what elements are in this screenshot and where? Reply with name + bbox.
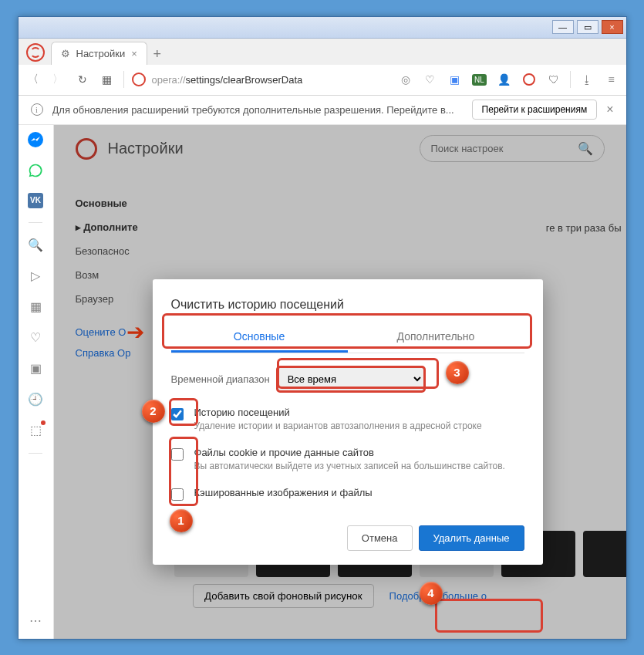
download-icon[interactable]: ⭳ bbox=[578, 71, 595, 88]
time-range-label: Временной диапазон bbox=[171, 373, 270, 385]
dialog-footer: Отмена Удалить данные bbox=[153, 512, 543, 551]
tab-strip: ⚙ Настройки × + bbox=[19, 39, 626, 65]
url-text: opera://settings/clearBrowserData bbox=[152, 74, 303, 86]
vk-icon[interactable]: VK bbox=[28, 193, 43, 208]
maximize-button[interactable]: ▭ bbox=[577, 20, 598, 34]
search-sidebar-icon[interactable]: 🔍 bbox=[27, 237, 44, 254]
check-cache-box[interactable] bbox=[171, 488, 184, 501]
check-cookies[interactable]: Файлы cookie и прочие данные сайтов Вы а… bbox=[171, 439, 524, 479]
check-cookies-sub: Вы автоматически выйдете из учетных запи… bbox=[194, 461, 505, 471]
opera-menu-icon[interactable] bbox=[26, 43, 45, 62]
translate-extension-icon[interactable]: ▣ bbox=[447, 71, 464, 88]
snapshot-icon[interactable]: ◎ bbox=[397, 71, 414, 88]
clear-data-dialog: Очистить историю посещений Основные Допо… bbox=[153, 279, 543, 565]
check-cookies-label: Файлы cookie и прочие данные сайтов bbox=[194, 447, 505, 458]
close-window-button[interactable]: × bbox=[602, 20, 623, 34]
check-history[interactable]: Историю посещений Удаление истории и вар… bbox=[171, 399, 524, 439]
opera-extension-icon[interactable] bbox=[521, 71, 538, 88]
personal-news-icon[interactable]: ▷ bbox=[27, 268, 44, 285]
go-to-extensions-button[interactable]: Перейти к расширениям bbox=[472, 100, 598, 120]
check-cache[interactable]: Кэшированные изображения и файлы bbox=[171, 479, 524, 508]
gear-icon: ⚙ bbox=[61, 48, 70, 59]
check-history-label: Историю посещений bbox=[194, 407, 482, 418]
tab-title: Настройки bbox=[76, 48, 126, 59]
dialog-title: Очистить историю посещений bbox=[153, 298, 543, 322]
address-bar[interactable]: opera://settings/clearBrowserData bbox=[132, 73, 389, 86]
sidebar-separator-2 bbox=[29, 453, 42, 454]
tab-advanced-dialog[interactable]: Дополнительно bbox=[348, 322, 524, 353]
infobar-text: Для обновления расширений требуются допо… bbox=[52, 104, 463, 116]
infobar-close-icon[interactable]: × bbox=[606, 103, 613, 116]
whatsapp-icon[interactable] bbox=[27, 162, 44, 179]
window-titlebar: — ▭ × bbox=[19, 17, 626, 39]
tabs-icon[interactable]: ▣ bbox=[27, 360, 44, 377]
speed-dial-sidebar-icon[interactable]: ▦ bbox=[27, 299, 44, 316]
annotation-badge-1: 1 bbox=[170, 509, 193, 532]
tab-basic[interactable]: Основные bbox=[171, 322, 348, 353]
sidebar-separator bbox=[29, 222, 42, 223]
extension-info-bar: i Для обновления расширений требуются до… bbox=[19, 96, 626, 125]
delete-data-button[interactable]: Удалить данные bbox=[419, 525, 524, 551]
messenger-sidebar: VK 🔍 ▷ ▦ ♡ ▣ 🕘 ⬚ ⋯ bbox=[19, 125, 54, 639]
extensions-sidebar-icon[interactable]: ⬚ bbox=[27, 422, 44, 439]
sidebar-more-icon[interactable]: ⋯ bbox=[27, 613, 44, 630]
bookmarks-icon[interactable]: ♡ bbox=[27, 329, 44, 346]
opera-badge-icon bbox=[132, 73, 146, 86]
browser-window: — ▭ × ⚙ Настройки × + 〈 〉 ↻ ▦ opera://se… bbox=[18, 16, 627, 640]
main-area: VK 🔍 ▷ ▦ ♡ ▣ 🕘 ⬚ ⋯ Настройки 🔍 bbox=[19, 125, 626, 639]
checkbox-group: Историю посещений Удаление истории и вар… bbox=[153, 396, 543, 512]
back-button[interactable]: 〈 bbox=[25, 73, 42, 86]
toolbar-divider-2 bbox=[570, 71, 571, 88]
tab-close-icon[interactable]: × bbox=[131, 48, 137, 59]
heart-icon[interactable]: ♡ bbox=[422, 71, 439, 88]
annotation-badge-2: 2 bbox=[142, 400, 165, 423]
cancel-button[interactable]: Отмена bbox=[347, 525, 413, 551]
check-history-box[interactable] bbox=[171, 408, 184, 420]
check-cache-label: Кэшированные изображения и файлы bbox=[194, 487, 373, 498]
check-history-sub: Удаление истории и вариантов автозаполне… bbox=[194, 420, 482, 431]
time-range-row: Временной диапазон Все время bbox=[153, 353, 543, 396]
nl-extension-icon[interactable]: NL bbox=[471, 71, 488, 88]
annotation-badge-4: 4 bbox=[420, 582, 443, 605]
easy-setup-icon[interactable]: ≡ bbox=[603, 71, 620, 88]
info-icon: i bbox=[31, 103, 43, 116]
messenger-icon[interactable] bbox=[27, 131, 44, 148]
minimize-button[interactable]: — bbox=[552, 20, 574, 34]
speed-dial-icon[interactable]: ▦ bbox=[99, 73, 116, 86]
tab-settings[interactable]: ⚙ Настройки × bbox=[51, 42, 147, 65]
history-icon[interactable]: 🕘 bbox=[27, 391, 44, 408]
annotation-badge-3: 3 bbox=[446, 361, 469, 384]
user-extension-icon[interactable]: 👤 bbox=[496, 71, 513, 88]
reload-button[interactable]: ↻ bbox=[74, 73, 91, 86]
shield-icon[interactable]: 🛡 bbox=[545, 71, 562, 88]
toolbar-divider bbox=[123, 71, 124, 88]
annotation-arrow-icon: ➔ bbox=[126, 319, 144, 345]
new-tab-button[interactable]: + bbox=[147, 45, 167, 65]
check-cookies-box[interactable] bbox=[171, 448, 184, 461]
time-range-select[interactable]: Все время bbox=[278, 367, 424, 391]
nav-toolbar: 〈 〉 ↻ ▦ opera://settings/clearBrowserDat… bbox=[19, 65, 626, 96]
dialog-tabs: Основные Дополнительно bbox=[171, 322, 524, 353]
forward-button: 〉 bbox=[49, 73, 66, 86]
